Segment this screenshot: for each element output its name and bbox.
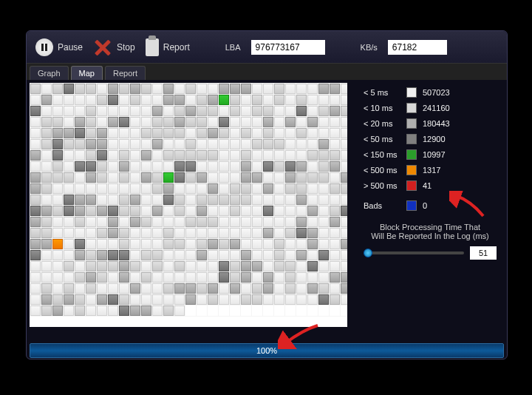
block-cell — [341, 150, 347, 161]
block-cell — [252, 217, 262, 227]
stop-button[interactable]: Stop — [93, 38, 135, 57]
log-threshold-slider[interactable] — [364, 251, 464, 254]
block-cell — [41, 294, 52, 305]
block-cell — [97, 139, 107, 149]
block-cell — [307, 172, 318, 183]
block-cell — [185, 161, 196, 172]
block-cell — [285, 106, 296, 116]
block-cell — [285, 239, 296, 249]
block-cell — [341, 250, 347, 260]
block-cell — [52, 95, 63, 105]
block-cell — [230, 139, 240, 149]
tab-map[interactable]: Map — [71, 66, 103, 80]
stop-icon — [93, 38, 112, 57]
block-cell — [208, 206, 218, 216]
legend-threshold: < 150 ms — [364, 150, 400, 159]
block-cell — [318, 150, 329, 161]
block-cell — [230, 195, 240, 205]
block-cell — [219, 183, 229, 194]
legend-threshold: < 10 ms — [364, 104, 400, 112]
block-cell — [41, 106, 52, 116]
block-cell — [252, 294, 262, 305]
report-button[interactable]: Report — [146, 38, 190, 56]
block-cell — [197, 228, 207, 238]
block-cell — [197, 106, 207, 116]
block-cell — [152, 228, 163, 238]
block-cell — [30, 272, 41, 283]
block-cell — [130, 95, 140, 105]
block-cell — [208, 195, 218, 205]
block-cell — [330, 283, 340, 294]
block-cell — [219, 217, 229, 227]
tab-graph[interactable]: Graph — [30, 66, 69, 80]
block-cell — [307, 117, 318, 127]
block-cell — [52, 117, 63, 127]
block-cell — [41, 95, 52, 105]
block-cell — [296, 139, 307, 149]
block-cell — [219, 283, 229, 294]
block-cell — [285, 183, 296, 194]
block-cell — [119, 128, 129, 138]
block-cell — [274, 172, 284, 183]
block-cell — [141, 239, 151, 249]
block-cell — [185, 183, 196, 194]
block-cell — [263, 294, 273, 305]
tab-report[interactable]: Report — [105, 66, 146, 80]
block-cell — [119, 217, 129, 227]
block-cell — [241, 183, 251, 194]
block-cell — [86, 150, 96, 161]
block-cell — [30, 206, 41, 216]
block-cell — [252, 206, 262, 216]
block-cell — [97, 294, 107, 305]
kbs-input[interactable] — [388, 40, 447, 55]
block-cell — [341, 128, 347, 138]
block-cell — [296, 228, 307, 238]
block-cell — [86, 261, 96, 271]
block-cell — [86, 106, 96, 116]
log-threshold-input[interactable] — [470, 246, 497, 260]
block-cell — [208, 283, 218, 294]
block-cell — [341, 117, 347, 127]
block-cell — [130, 106, 140, 116]
block-cell — [341, 272, 347, 283]
block-cell — [75, 172, 85, 183]
block-cell — [285, 95, 296, 105]
block-cell — [230, 106, 240, 116]
block-cell — [141, 139, 151, 149]
block-cell — [64, 150, 74, 161]
block-cell — [285, 84, 296, 94]
block-cell — [141, 150, 151, 161]
block-cell — [52, 139, 63, 149]
block-cell — [97, 272, 107, 283]
slider-block: Block Processing Time That Will Be Repor… — [364, 223, 497, 260]
block-cell — [330, 95, 340, 105]
block-cell — [52, 261, 63, 271]
block-cell — [152, 283, 163, 294]
block-cell — [219, 172, 229, 183]
block-cell — [64, 117, 74, 127]
block-cell — [185, 294, 196, 305]
block-cell — [141, 206, 151, 216]
block-cell — [263, 117, 273, 127]
block-cell — [318, 250, 329, 260]
block-cell — [197, 239, 207, 249]
block-cell — [75, 217, 85, 227]
block-cell — [219, 161, 229, 172]
legend-row: < 10 ms241160 — [364, 103, 497, 113]
block-cell — [64, 283, 74, 294]
block-cell — [86, 117, 96, 127]
block-cell — [341, 95, 347, 105]
lba-input[interactable] — [251, 40, 325, 55]
block-cell — [285, 228, 296, 238]
pause-button[interactable]: Pause — [35, 38, 83, 56]
block-cell — [263, 228, 273, 238]
block-cell — [130, 305, 140, 316]
block-cell — [174, 228, 185, 238]
block-cell — [86, 250, 96, 260]
block-cell — [130, 139, 140, 149]
block-cell — [174, 117, 185, 127]
block-cell — [208, 217, 218, 227]
block-cell — [330, 195, 340, 205]
block-cell — [274, 117, 284, 127]
block-cell — [318, 106, 329, 116]
